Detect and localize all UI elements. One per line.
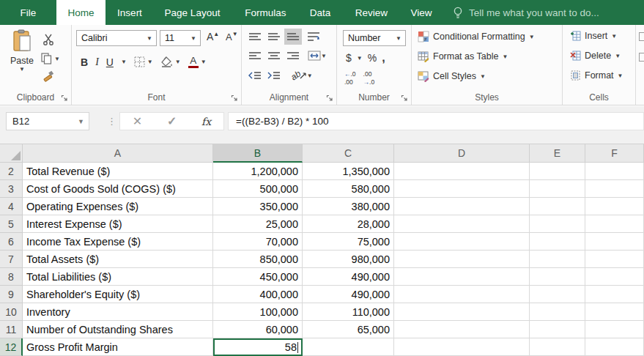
tab-file[interactable]: File [0,0,56,25]
cell-B2[interactable]: 1,200,000 [213,163,303,180]
cell-B4[interactable]: 350,000 [213,198,303,215]
cell-F4[interactable] [585,198,644,215]
row-header-3[interactable]: 3 [0,180,23,198]
comma-style-button[interactable]: , [382,51,385,64]
cell-C8[interactable]: 490,000 [303,268,394,286]
cell-E11[interactable] [530,321,585,338]
cell-D4[interactable] [394,198,530,215]
font-color-button[interactable]: A▼ [188,56,207,68]
alignment-dialog-launcher[interactable] [326,94,333,102]
insert-cells-button[interactable]: Insert▼ [570,31,617,41]
cell-B3[interactable]: 500,000 [213,180,303,198]
cell-B8[interactable]: 450,000 [213,268,303,286]
cell-A3[interactable]: Cost of Goods Sold (COGS) ($) [23,180,213,198]
column-header-F[interactable]: F [585,144,644,163]
percent-style-button[interactable]: % [368,52,377,64]
row-header-2[interactable]: 2 [0,163,23,180]
cell-C11[interactable]: 65,000 [303,321,394,338]
cell-A10[interactable]: Inventory [23,303,213,321]
tab-review[interactable]: Review [340,0,403,25]
cell-A4[interactable]: Operating Expenses ($) [23,198,213,215]
cell-E3[interactable] [530,180,585,198]
cell-B12[interactable]: 58 [213,338,303,356]
cell-E7[interactable] [530,251,585,268]
cell-C4[interactable]: 380,000 [303,198,394,215]
cell-styles-button[interactable]: Cell Styles▼ [418,70,486,82]
cell-D9[interactable] [394,286,530,303]
merge-center-button[interactable]: ▼ [305,48,330,64]
format-cells-button[interactable]: Format▼ [570,70,623,81]
decrease-indent-button[interactable] [246,67,264,84]
column-header-E[interactable]: E [530,144,585,163]
enter-icon[interactable]: ✓ [167,114,177,128]
formula-input[interactable]: =((B2-B3) / B2) * 100 [228,112,644,130]
font-name-combo[interactable]: Calibri▼ [76,30,157,46]
column-header-B[interactable]: B [213,144,303,163]
align-middle-button[interactable] [265,29,283,45]
cell-A9[interactable]: Shareholder's Equity ($) [23,286,213,303]
cell-C3[interactable]: 580,000 [303,180,394,198]
orientation-button[interactable]: ab▼ [287,67,317,84]
grow-font-button[interactable]: A▲ [207,31,219,42]
cancel-icon[interactable]: ✕ [133,114,142,128]
cell-F10[interactable] [585,303,644,321]
underline-button[interactable]: U [106,56,114,68]
fill-color-button[interactable]: ▼ [160,56,181,67]
cell-C10[interactable]: 110,000 [303,303,394,321]
tab-view[interactable]: View [403,0,440,25]
underline-dropdown-arrow[interactable]: ▼ [121,59,127,65]
cell-E2[interactable] [530,163,585,180]
row-header-11[interactable]: 11 [0,321,23,338]
row-header-8[interactable]: 8 [0,268,23,286]
cell-F7[interactable] [585,251,644,268]
decrease-decimal-button[interactable]: .00→.0 [363,70,375,86]
copy-button[interactable]: ▼ [41,53,60,64]
wrap-text-button[interactable] [305,29,322,45]
cell-D12[interactable] [394,338,530,356]
cell-F12[interactable] [585,338,644,356]
font-dialog-launcher[interactable] [231,94,238,102]
cell-D8[interactable] [394,268,530,286]
delete-cells-button[interactable]: Delete▼ [570,51,621,61]
align-left-button[interactable] [246,48,264,64]
cell-F9[interactable] [585,286,644,303]
row-header-5[interactable]: 5 [0,215,23,233]
cell-E6[interactable] [530,233,585,251]
cell-E12[interactable] [530,338,585,356]
row-header-6[interactable]: 6 [0,233,23,251]
cell-B9[interactable]: 400,000 [213,286,303,303]
cell-E5[interactable] [530,215,585,233]
row-header-9[interactable]: 9 [0,286,23,303]
conditional-formatting-button[interactable]: ≠ Conditional Formatting▼ [418,31,535,42]
cell-C9[interactable]: 490,000 [303,286,394,303]
cell-F8[interactable] [585,268,644,286]
accounting-dropdown-arrow[interactable]: ▼ [357,55,363,62]
cell-D10[interactable] [394,303,530,321]
select-all-corner[interactable] [0,144,23,163]
cell-A2[interactable]: Total Revenue ($) [23,163,213,180]
align-top-button[interactable] [246,29,264,45]
cell-F11[interactable] [585,321,644,338]
number-dialog-launcher[interactable] [401,94,408,102]
cell-D11[interactable] [394,321,530,338]
number-format-combo[interactable]: Number▼ [343,30,406,46]
tab-insert[interactable]: Insert [106,0,154,25]
align-center-button[interactable] [265,48,283,64]
increase-indent-button[interactable] [265,67,283,84]
cell-B7[interactable]: 850,000 [213,251,303,268]
cell-D5[interactable] [394,215,530,233]
cut-button[interactable] [42,34,54,45]
increase-decimal-button[interactable]: ←.0.00 [344,70,356,86]
tab-data[interactable]: Data [300,0,340,25]
cell-E4[interactable] [530,198,585,215]
formula-bar-splitter[interactable]: ⋮ [107,112,116,130]
row-header-12[interactable]: 12 [0,338,23,356]
cell-E10[interactable] [530,303,585,321]
column-header-C[interactable]: C [303,144,394,163]
cell-B10[interactable]: 100,000 [213,303,303,321]
cell-F2[interactable] [585,163,644,180]
paste-button[interactable]: Paste ▼ [6,29,38,89]
tab-formulas[interactable]: Formulas [231,0,300,25]
cell-B5[interactable]: 25,000 [213,215,303,233]
cell-F3[interactable] [585,180,644,198]
